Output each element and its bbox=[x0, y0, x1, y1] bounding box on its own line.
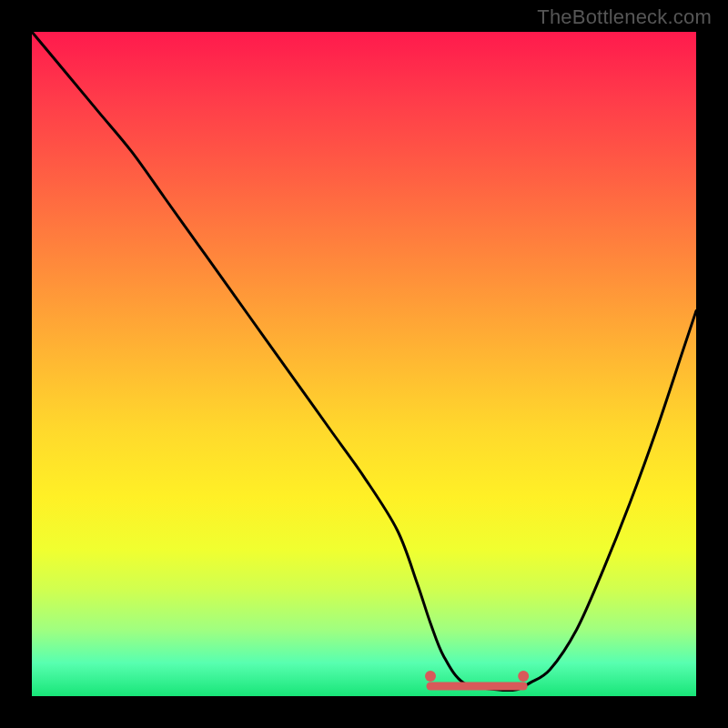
chart-frame: TheBottleneck.com bbox=[0, 0, 728, 728]
watermark-text: TheBottleneck.com bbox=[537, 5, 712, 29]
optimal-marker-right bbox=[518, 671, 529, 682]
optimal-marker-left bbox=[425, 671, 436, 682]
chart-svg bbox=[32, 32, 696, 696]
plot-area bbox=[32, 32, 696, 696]
bottleneck-curve-path bbox=[32, 32, 696, 691]
